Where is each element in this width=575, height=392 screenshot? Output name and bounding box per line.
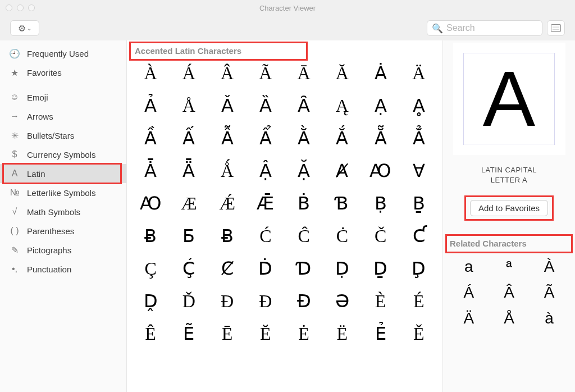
- character-cell[interactable]: Ḉ: [171, 259, 207, 277]
- search-placeholder: Search: [446, 23, 475, 33]
- character-cell[interactable]: Ȁ: [248, 97, 284, 115]
- character-cell[interactable]: Ĕ: [248, 325, 284, 343]
- related-character-cell[interactable]: ª: [489, 258, 530, 276]
- character-cell[interactable]: Ẻ: [363, 325, 399, 343]
- character-cell[interactable]: Ê: [133, 325, 168, 343]
- character-cell[interactable]: Ḁ: [401, 97, 437, 115]
- character-cell[interactable]: Ċ: [324, 227, 360, 245]
- character-cell[interactable]: Ç: [133, 259, 168, 277]
- character-cell[interactable]: Ạ: [363, 97, 399, 115]
- character-cell[interactable]: Ė: [286, 325, 322, 343]
- character-cell[interactable]: Ẩ: [248, 129, 284, 147]
- related-character-cell[interactable]: Å: [489, 309, 530, 327]
- character-cell[interactable]: Ď: [171, 292, 207, 310]
- character-cell[interactable]: Č: [363, 227, 399, 245]
- related-character-cell[interactable]: a: [449, 258, 489, 276]
- character-cell[interactable]: Ə: [324, 292, 360, 310]
- character-cell[interactable]: Ḇ: [401, 194, 437, 212]
- character-cell[interactable]: Ặ: [286, 162, 322, 180]
- character-cell[interactable]: Ẳ: [401, 129, 437, 147]
- character-cell[interactable]: Ẫ: [209, 129, 245, 147]
- character-cell[interactable]: Ă: [324, 64, 360, 82]
- character-cell[interactable]: Ḏ: [363, 259, 399, 277]
- character-cell[interactable]: Ắ: [324, 129, 360, 147]
- zoom-window-button[interactable]: [28, 4, 35, 11]
- character-cell[interactable]: Ḍ: [324, 259, 360, 277]
- character-cell[interactable]: Ǻ: [209, 162, 245, 180]
- character-cell[interactable]: Ƀ: [209, 227, 245, 245]
- character-cell[interactable]: Å: [171, 97, 207, 115]
- character-cell[interactable]: Ḓ: [133, 292, 168, 310]
- character-cell[interactable]: Ẽ: [171, 325, 207, 343]
- character-cell[interactable]: Ẵ: [363, 129, 399, 147]
- character-cell[interactable]: Ȧ: [363, 64, 399, 82]
- character-cell[interactable]: Ằ: [286, 129, 322, 147]
- sidebar-item-emoji[interactable]: ☺Emoji: [0, 88, 126, 107]
- sidebar-item-math-symbols[interactable]: √Math Symbols: [0, 202, 126, 221]
- character-cell[interactable]: Ấ: [171, 129, 207, 147]
- sidebar-item-currency-symbols[interactable]: $Currency Symbols: [0, 145, 126, 164]
- character-cell[interactable]: Ḃ: [286, 194, 322, 212]
- related-character-cell[interactable]: Â: [489, 284, 530, 302]
- character-cell[interactable]: Ɗ: [286, 259, 322, 277]
- character-cell[interactable]: Ꜵ: [133, 194, 168, 212]
- character-cell[interactable]: Ǽ: [209, 194, 245, 212]
- character-cell[interactable]: Ầ: [133, 129, 168, 147]
- search-field[interactable]: 🔍 Search: [427, 20, 542, 36]
- character-cell[interactable]: Ǎ: [209, 97, 245, 115]
- character-cell[interactable]: Ć: [248, 227, 284, 245]
- character-cell[interactable]: À: [133, 64, 168, 82]
- character-cell[interactable]: Ð: [248, 292, 284, 310]
- character-cell[interactable]: Ḅ: [363, 194, 399, 212]
- character-cell[interactable]: Ǡ: [133, 162, 168, 180]
- sidebar-item-parentheses[interactable]: ( )Parentheses: [0, 221, 126, 240]
- character-cell[interactable]: Ả: [133, 97, 168, 115]
- related-character-cell[interactable]: Ã: [529, 284, 569, 302]
- character-cell[interactable]: Ǟ: [171, 162, 207, 180]
- character-cell[interactable]: Ē: [209, 325, 245, 343]
- character-cell[interactable]: Ậ: [248, 162, 284, 180]
- character-cell[interactable]: Ɐ: [401, 162, 437, 180]
- character-cell[interactable]: Ä: [401, 64, 437, 82]
- sidebar-item-punctuation[interactable]: •,Punctuation: [0, 259, 126, 279]
- keyboard-viewer-button[interactable]: [547, 20, 565, 36]
- sidebar-item-bullets-stars[interactable]: ✳︎Bullets/Stars: [0, 126, 126, 145]
- character-cell[interactable]: Â: [209, 64, 245, 82]
- character-cell[interactable]: Æ: [171, 194, 207, 212]
- close-window-button[interactable]: [6, 4, 12, 11]
- related-character-cell[interactable]: Á: [449, 284, 489, 302]
- character-cell[interactable]: È: [363, 292, 399, 310]
- character-cell[interactable]: Ḋ: [248, 259, 284, 277]
- sidebar-item-pictographs[interactable]: ✎Pictographs: [0, 240, 126, 259]
- character-cell[interactable]: É: [401, 292, 437, 310]
- sidebar-item-favorites[interactable]: ★Favorites: [0, 63, 126, 82]
- character-cell[interactable]: Ȃ: [286, 97, 322, 115]
- character-cell[interactable]: Ā: [286, 64, 322, 82]
- character-cell[interactable]: Ⱥ: [324, 162, 360, 180]
- sidebar-item-frequently-used[interactable]: 🕘Frequently Used: [0, 44, 126, 63]
- character-cell[interactable]: Ȼ: [209, 259, 245, 277]
- character-cell[interactable]: Á: [171, 64, 207, 82]
- related-character-cell[interactable]: À: [529, 258, 569, 276]
- character-cell[interactable]: Ë: [324, 325, 360, 343]
- character-cell[interactable]: Ą: [324, 97, 360, 115]
- character-cell[interactable]: Ɓ: [324, 194, 360, 212]
- character-cell[interactable]: Ã: [248, 64, 284, 82]
- settings-menu-button[interactable]: ⚙︎ ⌄: [10, 20, 39, 36]
- character-cell[interactable]: Ḑ: [401, 259, 437, 277]
- character-cell[interactable]: Ĉ: [286, 227, 322, 245]
- sidebar-item-letterlike-symbols[interactable]: №Letterlike Symbols: [0, 183, 126, 202]
- minimize-window-button[interactable]: [17, 4, 24, 11]
- character-cell[interactable]: Ɖ: [286, 292, 322, 310]
- character-cell[interactable]: Ě: [401, 325, 437, 343]
- character-cell[interactable]: Ƀ: [133, 227, 168, 245]
- character-cell[interactable]: Ƃ: [171, 227, 207, 245]
- character-cell[interactable]: Đ: [209, 292, 245, 310]
- character-cell[interactable]: Ꜵ: [363, 162, 399, 180]
- sidebar-item-latin[interactable]: ALatin: [0, 164, 126, 183]
- character-cell[interactable]: Ǣ: [248, 194, 284, 212]
- character-cell[interactable]: Ƈ: [401, 227, 437, 245]
- related-character-cell[interactable]: à: [529, 309, 569, 327]
- related-character-cell[interactable]: Ä: [449, 309, 489, 327]
- sidebar-item-arrows[interactable]: →Arrows: [0, 107, 126, 126]
